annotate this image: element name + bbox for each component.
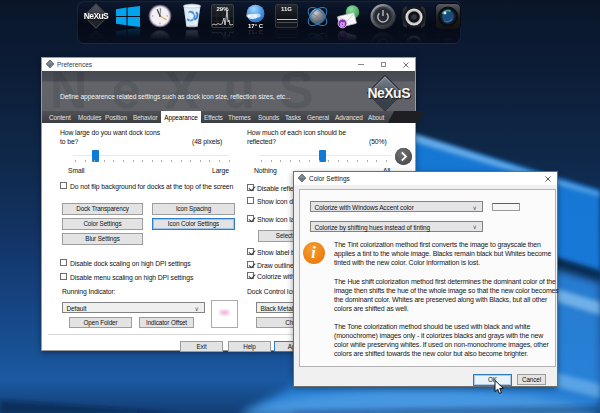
svg-text:@: @ [339,21,345,27]
